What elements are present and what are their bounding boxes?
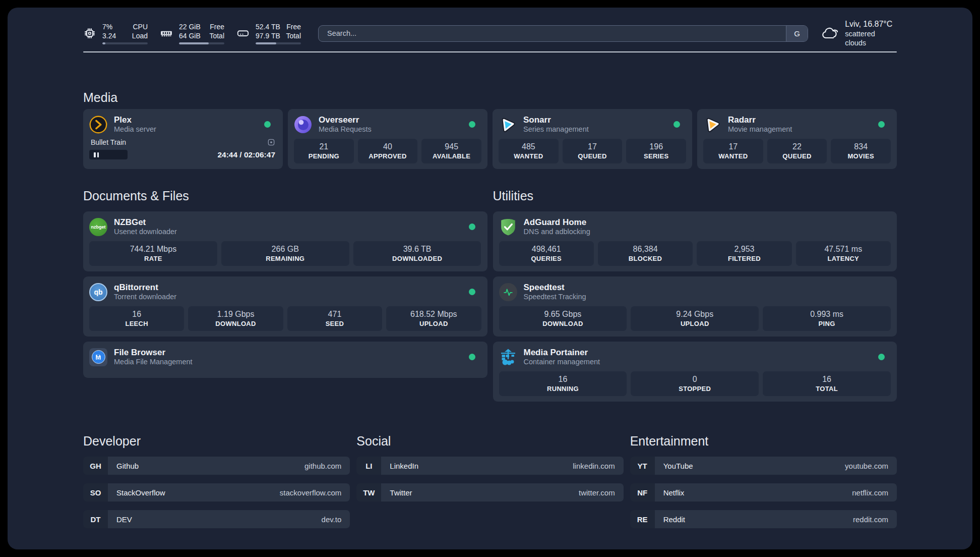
memory-icon [160, 27, 173, 40]
bookmark-url: twitter.com [579, 488, 615, 497]
bookmark-url: stackoverflow.com [280, 488, 342, 497]
service-card-portainer[interactable]: Media Portainer Container management 16R… [493, 342, 897, 402]
service-desc: Series management [523, 125, 589, 134]
cpu-icon [83, 27, 96, 40]
bookmark-url: dev.to [322, 515, 342, 524]
service-desc: Container management [524, 358, 600, 366]
service-name: Plex [114, 115, 156, 125]
section-title-entertainment: Entertainment [630, 433, 897, 449]
stat-download: 1.19 GbpsDOWNLOAD [188, 306, 283, 331]
service-name: Speedtest [524, 283, 586, 293]
status-dot-online [878, 354, 885, 360]
bookmark-linkedin[interactable]: LI LinkedIn linkedin.com [356, 457, 623, 475]
section-title-social: Social [356, 433, 623, 449]
bookmark-reddit[interactable]: RE Reddit reddit.com [630, 510, 897, 528]
service-name: Overseerr [319, 115, 372, 125]
service-desc: Usenet downloader [114, 228, 177, 236]
stat-series: 196SERIES [626, 139, 686, 163]
stat-available: 945AVAILABLE [421, 139, 481, 163]
bookmark-url: reddit.com [853, 515, 888, 524]
stat-filtered: 2,953FILTERED [697, 241, 791, 266]
bookmark-github[interactable]: GH Github github.com [83, 457, 350, 475]
bookmark-url: netflix.com [852, 488, 888, 497]
bookmark-dev[interactable]: DT DEV dev.to [83, 510, 350, 528]
search-bar: G [318, 25, 808, 42]
utilities-column: Utilities AdGuard Home DNS and [493, 188, 897, 402]
bookmark-group-developer: Developer GH Github github.com SO StackO… [83, 433, 350, 528]
pause-icon [94, 152, 96, 157]
bookmark-abbr: NF [630, 483, 655, 502]
stat-queued: 22QUEUED [767, 139, 827, 163]
bookmark-twitter[interactable]: TW Twitter twitter.com [356, 483, 623, 502]
stat-download: 9.65 GbpsDOWNLOAD [499, 306, 627, 331]
overseerr-icon [294, 116, 312, 134]
memory-total-label: Total [209, 31, 224, 40]
weather-widget[interactable]: Lviv, 16.87°C scattered clouds [821, 19, 897, 47]
status-dot-online [469, 121, 475, 128]
nzbget-icon: nzbget [89, 218, 107, 236]
service-name: NZBGet [114, 217, 177, 228]
bookmark-abbr: YT [630, 457, 655, 475]
bookmark-abbr: TW [356, 483, 381, 502]
stat-stopped: 0STOPPED [631, 371, 759, 396]
stat-wanted: 485WANTED [499, 139, 559, 163]
service-card-speedtest[interactable]: Speedtest Speedtest Tracking 9.65 GbpsDO… [493, 276, 897, 337]
weather-condition: scattered clouds [845, 29, 897, 47]
plex-icon [89, 116, 107, 134]
memory-progress-bar [179, 42, 224, 44]
memory-total: 64 GiB [179, 31, 201, 40]
speedtest-icon [499, 283, 517, 301]
cloud-icon [821, 26, 838, 41]
dashboard-panel: 7% 3.24 CPU Load [8, 8, 972, 549]
bookmark-name: Reddit [663, 515, 685, 524]
bookmark-stackoverflow[interactable]: SO StackOverflow stackoverflow.com [83, 483, 350, 502]
stat-blocked: 86,384BLOCKED [598, 241, 693, 266]
cast-icon [267, 138, 275, 146]
service-card-overseerr[interactable]: Overseerr Media Requests 21PENDING 40APP… [288, 109, 487, 169]
bookmark-abbr: DT [83, 510, 108, 528]
memory-free-label: Free [209, 22, 224, 31]
weather-location-temp: Lviv, 16.87°C [845, 19, 897, 29]
service-card-qbittorrent[interactable]: qb qBittorrent Torrent downloader 16LEEC… [83, 276, 487, 337]
stat-queued: 17QUEUED [563, 139, 623, 163]
disk-progress-bar [256, 42, 301, 44]
section-title-documents: Documents & Files [83, 188, 487, 203]
status-dot-online [469, 354, 475, 360]
cpu-percent-label: CPU [132, 22, 148, 31]
status-dot-online [264, 121, 271, 128]
pause-button[interactable] [89, 150, 128, 159]
service-name: File Browser [114, 348, 193, 358]
stat-leech: 16LEECH [89, 306, 184, 331]
service-card-plex[interactable]: Plex Media server Bullet Train 24 [83, 109, 283, 169]
status-dot-online [469, 224, 475, 230]
disk-free: 52.4 TB [256, 22, 280, 31]
bookmark-youtube[interactable]: YT YouTube youtube.com [630, 457, 897, 475]
service-card-filebrowser[interactable]: File Browser Media File Management [83, 342, 487, 378]
service-name: AdGuard Home [524, 217, 590, 228]
bookmark-netflix[interactable]: NF Netflix netflix.com [630, 483, 897, 502]
stat-running: 16RUNNING [499, 371, 627, 396]
service-card-sonarr[interactable]: Sonarr Series management 485WANTED 17QUE… [493, 109, 692, 169]
cpu-progress-bar [102, 42, 148, 44]
filebrowser-icon [89, 348, 107, 366]
service-card-radarr[interactable]: Radarr Movie management 17WANTED 22QUEUE… [697, 109, 897, 169]
search-input[interactable] [319, 26, 786, 41]
disk-free-label: Free [286, 22, 301, 31]
stat-pending: 21PENDING [294, 139, 354, 163]
service-name: Media Portainer [524, 348, 600, 358]
service-desc: Torrent downloader [114, 293, 176, 301]
stat-latency: 47.571 msLATENCY [796, 241, 891, 266]
qbittorrent-icon: qb [89, 283, 107, 301]
bookmark-name: DEV [116, 515, 132, 524]
adguard-icon [499, 218, 517, 236]
status-dot-online [469, 289, 475, 295]
service-card-nzbget[interactable]: nzbget NZBGet Usenet downloader 744.21 M… [83, 211, 487, 271]
status-dot-online [878, 121, 885, 128]
bookmark-abbr: SO [83, 483, 108, 502]
bookmark-name: Twitter [390, 488, 412, 497]
playback-time: 24:44 / 02:06:47 [217, 150, 277, 159]
stat-upload: 618.52 MbpsUPLOAD [386, 306, 481, 331]
bookmark-url: linkedin.com [573, 462, 615, 470]
service-card-adguard[interactable]: AdGuard Home DNS and adblocking 498,461Q… [493, 211, 897, 271]
search-provider-button[interactable]: G [786, 26, 808, 41]
